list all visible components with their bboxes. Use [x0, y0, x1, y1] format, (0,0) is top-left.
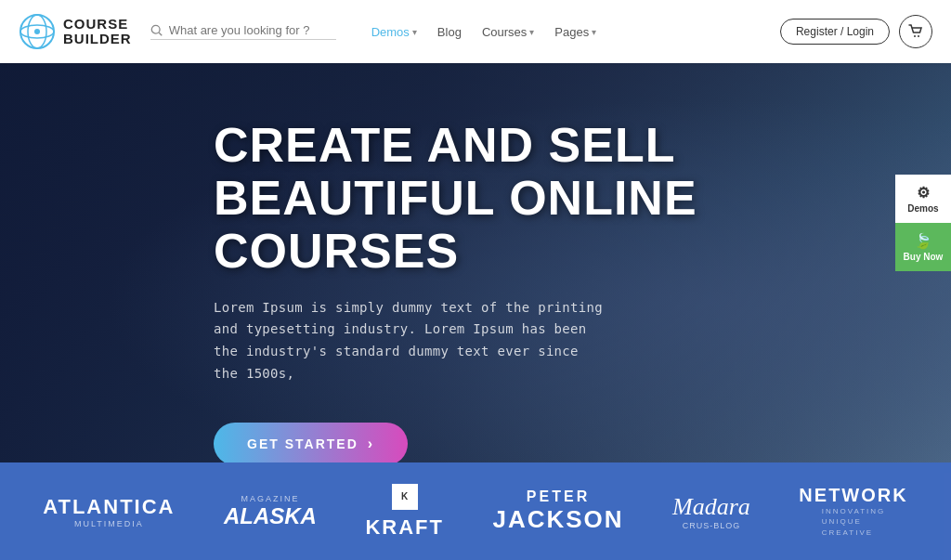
- search-area: [150, 23, 336, 40]
- brand-alaska-main: Alaska: [224, 503, 317, 529]
- nav-item-blog[interactable]: Blog: [430, 21, 469, 43]
- brands-bar: ATLANTICA MULTIMEDIA MAGAZINE Alaska K K…: [0, 462, 951, 560]
- search-input[interactable]: [169, 23, 336, 37]
- brand-kraft-text: KRAFT: [365, 515, 444, 540]
- nav-item-pages[interactable]: Pages ▾: [547, 21, 604, 43]
- get-started-button[interactable]: GET STARTED ›: [214, 423, 408, 462]
- hero-title: CREATE AND SELL BEAUTIFUL ONLINE COURSES: [214, 119, 951, 279]
- sidebar-float: ⚙ Demos 🍃 Buy Now: [895, 175, 951, 271]
- brand-atlantica-main: ATLANTICA: [43, 495, 175, 519]
- brand-atlantica[interactable]: ATLANTICA MULTIMEDIA: [43, 495, 175, 528]
- float-buynow-button[interactable]: 🍃 Buy Now: [895, 223, 951, 271]
- leaf-icon: 🍃: [914, 232, 932, 250]
- header: COURSE BUILDER Demos ▾ Blog Courses ▾ Pa…: [0, 0, 951, 63]
- header-right: Register / Login: [780, 15, 932, 48]
- chevron-down-icon: ▾: [592, 27, 596, 37]
- search-icon: [150, 24, 163, 37]
- svg-point-3: [34, 29, 40, 34]
- logo-text: COURSE BUILDER: [63, 17, 132, 47]
- nav-item-demos[interactable]: Demos ▾: [364, 21, 424, 43]
- brand-network-sub: INNOVATING UNIQUE CREATIVE: [822, 506, 886, 538]
- svg-point-4: [151, 25, 160, 33]
- chevron-down-icon: ▾: [412, 27, 417, 37]
- kraft-box: K: [392, 484, 418, 510]
- svg-line-5: [159, 33, 162, 35]
- main-nav: Demos ▾ Blog Courses ▾ Pages ▾: [364, 21, 780, 43]
- brand-madara-main: Madara: [672, 493, 750, 521]
- brand-jackson-text: JACKSON: [492, 505, 623, 534]
- float-demos-button[interactable]: ⚙ Demos: [895, 175, 951, 223]
- nav-item-courses[interactable]: Courses ▾: [475, 21, 541, 43]
- hero-section: CREATE AND SELL BEAUTIFUL ONLINE COURSES…: [0, 63, 951, 462]
- logo[interactable]: COURSE BUILDER: [19, 13, 132, 50]
- logo-icon: [19, 13, 56, 50]
- brand-madara-sub: CRUS-BLOG: [683, 521, 741, 530]
- hero-description: Lorem Ipsum is simply dummy text of the …: [214, 297, 604, 385]
- brand-alaska[interactable]: MAGAZINE Alaska: [224, 494, 317, 529]
- logo-builder: BUILDER: [63, 32, 132, 47]
- brand-jackson[interactable]: PETER JACKSON: [492, 488, 623, 534]
- brand-atlantica-sub: MULTIMEDIA: [74, 519, 144, 528]
- brand-network[interactable]: NETWORK INNOVATING UNIQUE CREATIVE: [799, 485, 907, 538]
- hero-content: CREATE AND SELL BEAUTIFUL ONLINE COURSES…: [0, 63, 951, 462]
- register-login-button[interactable]: Register / Login: [780, 19, 890, 45]
- svg-point-7: [918, 35, 919, 37]
- arrow-icon: ›: [368, 436, 374, 452]
- logo-course: COURSE: [63, 17, 132, 33]
- brand-alaska-top: MAGAZINE: [241, 494, 299, 503]
- brand-madara[interactable]: Madara CRUS-BLOG: [672, 493, 750, 530]
- svg-point-6: [914, 35, 916, 37]
- cart-button[interactable]: [899, 15, 932, 48]
- gear-icon: ⚙: [917, 184, 930, 202]
- brand-network-main: NETWORK: [799, 485, 907, 506]
- brand-kraft[interactable]: K KRAFT: [365, 484, 444, 540]
- chevron-down-icon: ▾: [529, 27, 534, 37]
- brand-peter: PETER: [527, 488, 590, 505]
- cart-icon: [908, 24, 923, 39]
